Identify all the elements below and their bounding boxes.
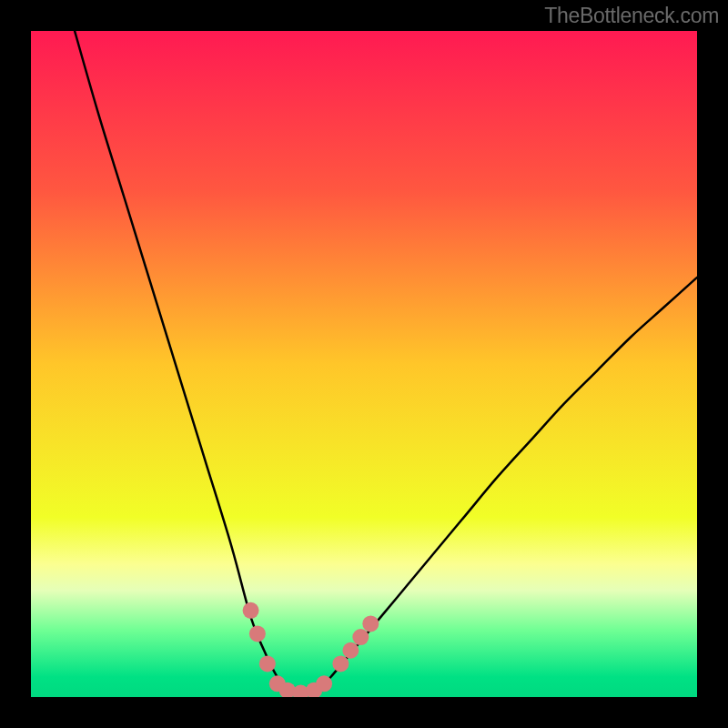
curve-marker [332, 655, 349, 672]
gradient-background [31, 31, 697, 697]
plot-area [31, 31, 697, 697]
chart-frame: TheBottleneck.com [0, 0, 728, 728]
curve-marker [243, 602, 259, 619]
watermark-text: TheBottleneck.com [544, 4, 719, 28]
chart-svg [31, 31, 697, 697]
curve-marker [362, 615, 379, 632]
curve-marker [259, 655, 276, 672]
curve-marker [249, 625, 266, 642]
curve-marker [342, 642, 359, 659]
curve-marker [316, 675, 332, 692]
curve-marker [352, 629, 369, 645]
